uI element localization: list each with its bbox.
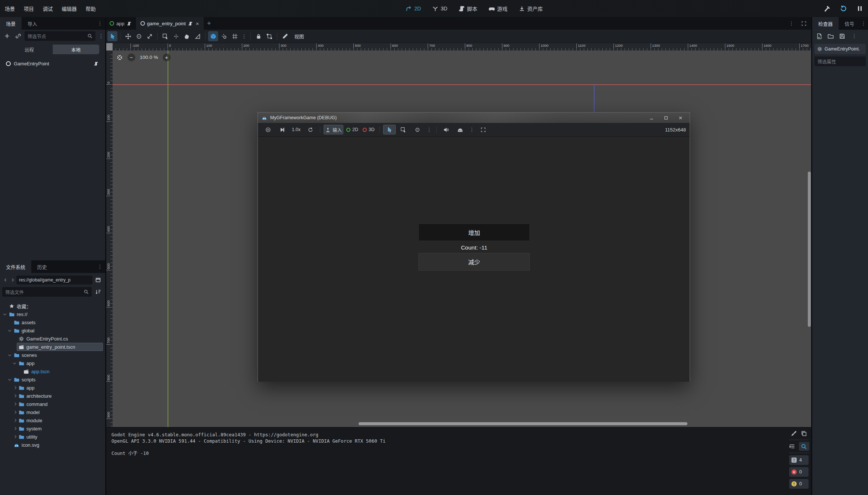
view-menu-button[interactable]: 视图 xyxy=(291,33,308,40)
tree-row[interactable]: 收藏： xyxy=(0,302,103,310)
input-mode-button[interactable]: 输入 xyxy=(324,125,343,134)
vertical-scrollbar[interactable] xyxy=(808,172,811,327)
add-node-button[interactable] xyxy=(2,31,12,41)
expand-arrow-icon[interactable] xyxy=(7,353,12,358)
workspace-2d[interactable]: 2D xyxy=(406,6,421,12)
scene-tabs-menu-icon[interactable]: ⋮ xyxy=(788,20,795,26)
group-icon[interactable] xyxy=(264,31,274,41)
tab-signals[interactable]: 信号 xyxy=(839,17,860,30)
tree-row[interactable]: game_entry_point.tscn xyxy=(0,343,103,351)
errors-filter-badge[interactable]: ✕ 0 xyxy=(789,467,809,477)
expand-arrow-icon[interactable] xyxy=(17,369,22,374)
menu-item[interactable]: 帮助 xyxy=(82,3,99,14)
close-tab-icon[interactable]: × xyxy=(196,20,199,27)
suspend-icon[interactable] xyxy=(262,125,274,134)
scale-tool-icon[interactable] xyxy=(145,31,155,41)
tree-row[interactable]: GameEntryPoint.cs xyxy=(0,335,103,343)
dock-menu-icon[interactable]: ⋮ xyxy=(860,17,867,30)
tree-row[interactable]: model xyxy=(0,408,103,416)
reset-speed-icon[interactable] xyxy=(304,125,317,134)
dock-separator[interactable] xyxy=(811,17,812,495)
lock-icon[interactable] xyxy=(253,31,263,41)
nav-back-icon[interactable] xyxy=(2,276,9,284)
debug-godot-icon[interactable] xyxy=(454,125,467,134)
new-scene-tab-button[interactable]: + xyxy=(204,17,215,30)
expand-arrow-icon[interactable] xyxy=(12,336,17,341)
filter-nodes-input[interactable]: 筛选节点 xyxy=(25,31,95,41)
expand-arrow-icon[interactable] xyxy=(7,320,12,325)
expand-arrow-icon[interactable] xyxy=(7,443,12,447)
expand-arrow-icon[interactable] xyxy=(12,434,17,439)
tree-row[interactable]: architecture xyxy=(0,392,103,400)
local-button[interactable]: 本地 xyxy=(53,45,100,54)
tree-row[interactable]: global xyxy=(0,326,103,335)
menu-item[interactable]: 场景 xyxy=(1,3,18,14)
current-path-field[interactable]: res://global/game_entry_p xyxy=(16,276,93,284)
menu-item[interactable]: 项目 xyxy=(20,3,37,14)
dock-menu-icon[interactable]: ⋮ xyxy=(96,260,104,273)
debug-options-icon[interactable]: ⋮ xyxy=(468,127,476,133)
increase-button[interactable]: 增加 xyxy=(418,224,530,241)
tree-row[interactable]: scenes xyxy=(0,351,103,359)
collapse-duplicates-icon[interactable] xyxy=(789,443,795,450)
attached-script-icon[interactable] xyxy=(94,61,98,66)
scene-tree-root-node[interactable]: GameEntryPoint xyxy=(4,59,101,68)
expand-icon[interactable] xyxy=(801,21,807,26)
camera-3d-button[interactable]: 3D xyxy=(361,125,376,134)
skeleton-icon[interactable] xyxy=(280,31,290,41)
tree-row[interactable]: system xyxy=(0,424,103,433)
instance-scene-button[interactable] xyxy=(13,31,23,41)
tree-row[interactable]: utility xyxy=(0,433,103,441)
fullscreen-icon[interactable] xyxy=(477,125,490,134)
workspace-game[interactable]: 游戏 xyxy=(489,5,508,12)
expand-arrow-icon[interactable] xyxy=(2,312,7,317)
tab-history[interactable]: 历史 xyxy=(31,260,53,273)
audio-mute-icon[interactable] xyxy=(440,125,453,134)
expand-arrow-icon[interactable] xyxy=(12,402,17,407)
new-resource-icon[interactable] xyxy=(816,33,822,39)
dock-separator[interactable] xyxy=(105,17,106,495)
warnings-filter-badge[interactable]: ! 0 xyxy=(789,479,809,489)
expand-arrow-icon[interactable] xyxy=(12,394,17,398)
edited-object-button[interactable]: GameEntryPoint. xyxy=(814,44,866,54)
expand-arrow-icon[interactable] xyxy=(12,418,17,423)
list-select-icon[interactable] xyxy=(397,125,410,134)
tree-row[interactable]: scripts xyxy=(0,375,103,384)
tab-inspector[interactable]: 检查器 xyxy=(812,17,839,30)
scene-tab-app[interactable]: app xyxy=(105,17,136,30)
center-view-icon[interactable] xyxy=(116,54,123,61)
pause-icon[interactable] xyxy=(856,5,864,12)
camera-options-icon[interactable]: ⋮ xyxy=(425,127,433,133)
filter-files-input[interactable]: 筛选文件 xyxy=(2,287,92,297)
expand-arrow-icon[interactable] xyxy=(2,304,7,309)
expand-arrow-icon[interactable] xyxy=(12,385,17,390)
tree-row[interactable]: app xyxy=(0,384,103,392)
menu-item[interactable]: 调试 xyxy=(39,3,56,14)
pan-tool-icon[interactable] xyxy=(182,31,192,41)
minimize-icon[interactable] xyxy=(649,115,654,120)
sort-files-icon[interactable] xyxy=(93,287,103,297)
workspace-3d[interactable]: 3D xyxy=(432,6,447,12)
remote-button[interactable]: 远程 xyxy=(6,45,53,54)
focus-target-icon[interactable] xyxy=(411,125,424,134)
restart-icon[interactable] xyxy=(840,5,847,12)
tab-import-dock[interactable]: 导入 xyxy=(22,17,43,30)
workspace-script[interactable]: 脚本 xyxy=(459,5,477,12)
nav-forward-icon[interactable] xyxy=(9,276,16,284)
snap-options-icon[interactable]: ⋮ xyxy=(240,33,248,39)
zoom-out-button[interactable]: − xyxy=(127,53,135,61)
copy-output-icon[interactable] xyxy=(801,430,807,437)
move-tool-icon[interactable] xyxy=(123,31,133,41)
expand-arrow-icon[interactable] xyxy=(12,410,17,415)
tab-scene-dock[interactable]: 场景 xyxy=(0,17,22,30)
camera-2d-button[interactable]: 2D xyxy=(345,125,360,134)
smart-snap-icon[interactable] xyxy=(208,31,218,41)
split-dock-icon[interactable] xyxy=(93,275,103,285)
grid-icon[interactable] xyxy=(230,31,240,41)
tree-row[interactable]: app xyxy=(0,359,103,367)
horizontal-scrollbar[interactable] xyxy=(359,422,687,425)
game-window-titlebar[interactable]: MyGFrameworkGame (DEBUG) xyxy=(258,113,690,123)
search-output-button[interactable] xyxy=(799,442,809,451)
zoom-in-button[interactable]: + xyxy=(163,53,171,61)
speed-menu[interactable]: 1.0x xyxy=(290,125,302,134)
